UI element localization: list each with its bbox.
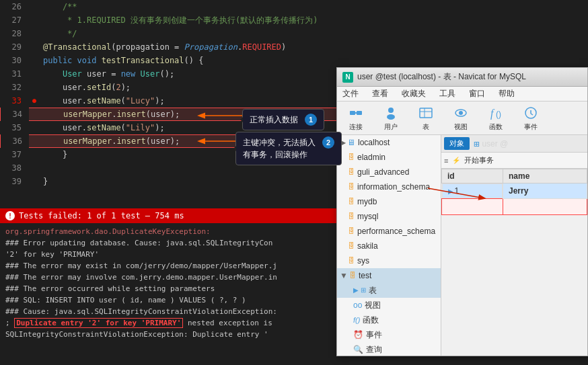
localhost-label: localhost xyxy=(358,136,390,149)
sidebar-item-funcs[interactable]: f() 函数 xyxy=(337,313,441,327)
sidebar-item-events[interactable]: ⏰ 事件 xyxy=(337,327,441,342)
svg-rect-1 xyxy=(357,111,362,115)
events-label: 事件 xyxy=(366,329,382,341)
db-icon: 🖥 xyxy=(347,136,355,149)
table-tab-label: ⊞ user @ xyxy=(474,138,508,149)
svg-text:f: f xyxy=(490,108,495,120)
test-arrow: ▼ xyxy=(340,270,348,282)
sidebar-item-sys[interactable]: 🗄 sys xyxy=(337,253,441,268)
sidebar-item-test[interactable]: ▼ 🗄 test xyxy=(337,268,441,283)
sidebar-item-mysql[interactable]: 🗄 mysql xyxy=(337,209,441,224)
sakila-label: sakila xyxy=(357,240,378,252)
svg-point-4 xyxy=(387,114,395,120)
table-tab-icon: ⊞ xyxy=(474,138,479,149)
navicat-toolbar: 连接 用户 表 xyxy=(337,102,587,135)
guli-label: guli_advanced xyxy=(357,166,409,178)
function-icon: f () xyxy=(488,105,504,121)
db-small-icon5: 🗄 xyxy=(348,210,355,222)
toolbar-view[interactable]: 视图 xyxy=(447,105,474,132)
view-icon xyxy=(453,105,469,121)
svg-text:(): () xyxy=(496,110,501,119)
sidebar-item-mydb[interactable]: 🗄 mydb xyxy=(337,194,441,209)
cell-id-1: ▶ 1 xyxy=(442,184,503,198)
sidebar-item-infschema[interactable]: 🗄 information_schema xyxy=(337,179,441,194)
code-line-29: 29 @Transactional(propagation = Propagat… xyxy=(0,40,588,54)
mysql-label: mysql xyxy=(357,210,378,222)
code-line-27: 27 * 1.REQUIRED 没有事务则创建一个事务执行(默认的事务传播行为) xyxy=(0,13,588,27)
table-row-1[interactable]: ▶ 1 Jerry xyxy=(442,184,587,199)
toolbar-function[interactable]: f () 函数 xyxy=(482,105,509,132)
annotation-bubble-1: 正常插入数据 1 xyxy=(242,109,324,130)
menu-tools[interactable]: 工具 xyxy=(437,87,458,101)
sidebar-item-queries[interactable]: 🔍 查询 xyxy=(337,342,441,356)
toolbar-view-label: 视图 xyxy=(454,122,468,132)
connect-icon xyxy=(348,105,364,121)
annotation-text-2: 主键冲突，无法插入 有事务，回滚操作 xyxy=(243,136,316,161)
test-label: test xyxy=(359,270,371,282)
badge-1: 1 xyxy=(305,114,317,126)
code-line-28: 28 */ xyxy=(0,27,588,40)
menu-view[interactable]: 查看 xyxy=(369,87,391,101)
svg-rect-0 xyxy=(350,111,355,115)
event-icon xyxy=(523,105,539,121)
objects-btn[interactable]: 对象 xyxy=(444,137,470,150)
navicat-window: N user @test (localhost) - 表 - Navicat f… xyxy=(336,67,588,356)
status-text: Tests failed: 1 of 1 test – 754 ms xyxy=(19,211,184,220)
navicat-sidebar: ▶ 🖥 localhost 🗄 eladmin 🗄 guli_advanced … xyxy=(337,135,441,356)
db-small-icon6: 🗄 xyxy=(348,225,355,237)
menu-file[interactable]: 文件 xyxy=(340,87,361,101)
toolbar-connect[interactable]: 连接 xyxy=(342,105,369,132)
sidebar-item-perfschema[interactable]: 🗄 performance_schema xyxy=(337,224,441,239)
sidebar-item-localhost[interactable]: ▶ 🖥 localhost xyxy=(337,135,441,150)
table-label: 表 xyxy=(369,284,377,296)
duplicate-key-error: Duplicate entry '2' for key 'PRIMARY' xyxy=(14,318,183,328)
perfschema-label: performance_schema xyxy=(357,225,435,237)
toolbar-connect-label: 连接 xyxy=(349,122,363,132)
transaction-controls: ≡ ⚡ 开始事务 xyxy=(444,155,494,165)
user-icon xyxy=(383,105,399,121)
transaction-label[interactable]: 开始事务 xyxy=(464,155,494,165)
db-small-icon2: 🗄 xyxy=(348,166,355,178)
eladmin-label: eladmin xyxy=(357,151,385,163)
sidebar-item-sakila[interactable]: 🗄 sakila xyxy=(337,239,441,253)
cell-id-empty xyxy=(442,199,503,215)
svg-point-9 xyxy=(459,111,463,115)
navicat-app-icon: N xyxy=(342,72,353,83)
data-table: id name ▶ 1 Jerry xyxy=(441,169,587,215)
cell-name-empty xyxy=(503,199,587,215)
data-table-area: id name ▶ 1 Jerry xyxy=(441,169,587,356)
navicat-menubar: 文件 查看 收藏夹 工具 窗口 帮助 xyxy=(337,87,587,102)
annotation-text-1: 正常插入数据 xyxy=(250,114,298,126)
navicat-title: user @test (localhost) - 表 - Navicat for… xyxy=(357,71,526,83)
transaction-icon: ⚡ xyxy=(452,157,460,164)
col-id: id xyxy=(442,169,503,184)
svg-line-14 xyxy=(531,114,533,115)
sidebar-item-guli[interactable]: 🗄 guli_advanced xyxy=(337,165,441,179)
sidebar-item-views[interactable]: oo 视图 xyxy=(337,298,441,313)
table-header-row: id name xyxy=(442,169,587,184)
views-label: 视图 xyxy=(365,299,381,311)
table-tab-name: user @ xyxy=(482,139,508,149)
func-small-icon: f() xyxy=(353,314,360,326)
code-line-26: 26 /** xyxy=(0,0,588,13)
error-icon: ! xyxy=(5,211,15,220)
svg-rect-5 xyxy=(420,108,432,118)
toolbar-table[interactable]: 表 xyxy=(412,105,439,132)
db-small-icon7: 🗄 xyxy=(348,240,355,252)
sidebar-item-eladmin[interactable]: 🗄 eladmin xyxy=(337,150,441,165)
menu-help[interactable]: 帮助 xyxy=(496,87,517,101)
toolbar-event[interactable]: 事件 xyxy=(517,105,544,132)
toolbar-user-label: 用户 xyxy=(384,122,398,132)
menu-favorites[interactable]: 收藏夹 xyxy=(399,87,429,101)
sidebar-item-table[interactable]: ▶ ⊞ 表 xyxy=(337,283,441,298)
toolbar-user[interactable]: 用户 xyxy=(377,105,404,132)
sys-label: sys xyxy=(357,255,369,267)
db-small-icon9: 🗄 xyxy=(349,270,356,282)
menu-window[interactable]: 窗口 xyxy=(466,87,488,101)
event-small-icon: ⏰ xyxy=(353,329,363,341)
hamburger-icon: ≡ xyxy=(444,157,448,165)
svg-point-3 xyxy=(388,108,394,113)
queries-label: 查询 xyxy=(366,343,382,356)
navicat-right-panel: 对象 ⊞ user @ ≡ ⚡ 开始事务 xyxy=(441,135,587,356)
infschema-label: information_schema xyxy=(357,181,430,193)
